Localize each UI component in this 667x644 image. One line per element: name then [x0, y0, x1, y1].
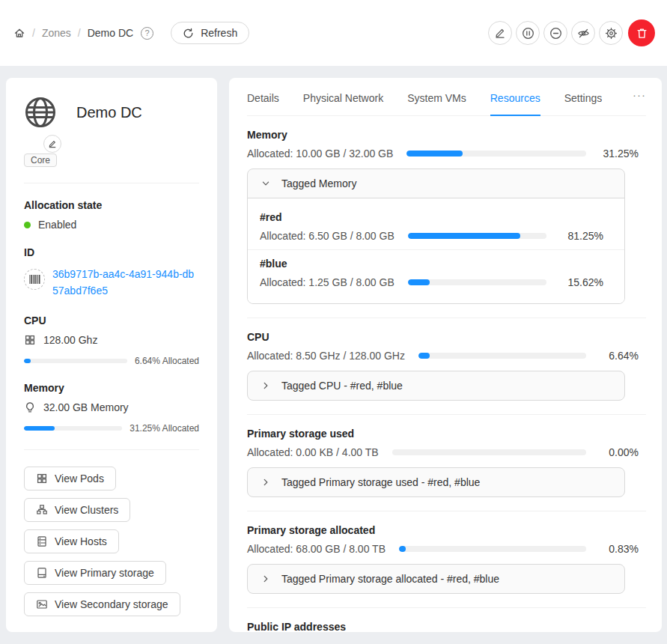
status-dot — [24, 222, 31, 228]
resource-title: CPU — [247, 331, 646, 343]
tab-details[interactable]: Details — [247, 78, 279, 115]
edit-button[interactable] — [488, 21, 512, 45]
refresh-label: Refresh — [201, 27, 237, 39]
collapse-header[interactable]: Tagged Primary storage allocated - #red,… — [248, 565, 624, 593]
button-label: View Clusters — [55, 504, 118, 516]
refresh-button[interactable]: Refresh — [171, 22, 249, 44]
allocation-row: Allocated: 8.50 GHz / 128.00 GHz6.64% — [247, 350, 639, 362]
cpu-value: 128.00 Ghz — [43, 334, 97, 346]
breadcrumb-separator: / — [32, 27, 35, 39]
hide-button[interactable] — [571, 21, 595, 45]
progress-bar — [408, 233, 546, 239]
disable-button[interactable] — [543, 21, 567, 45]
cpu-grid-icon — [24, 334, 36, 346]
resource-section-primary-storage-used: Primary storage usedAllocated: 0.00 KB /… — [247, 415, 646, 511]
button-label: View Hosts — [55, 535, 107, 547]
id-field: ID 36b9717b-aa4c-4a91-944b-db57abd7f6e5 — [24, 246, 199, 299]
help-icon[interactable]: ? — [141, 27, 153, 40]
pencil-icon — [48, 139, 57, 148]
allocation-row: Allocated: 10.00 GB / 32.00 GB31.25% — [247, 148, 639, 160]
percent-label: 31.25% — [597, 148, 639, 160]
cpu-progress-bar — [24, 359, 127, 363]
top-header: / Zones / Demo DC ? Refresh — [0, 0, 667, 66]
tab-system-vms[interactable]: System VMs — [407, 78, 466, 115]
tab-physical-network[interactable]: Physical Network — [303, 78, 383, 115]
allocated-text: Allocated: 1.25 GB / 8.00 GB — [260, 276, 395, 288]
view-secondary-storage-button[interactable]: View Secondary storage — [24, 592, 180, 616]
view-primary-storage-button[interactable]: View Primary storage — [24, 561, 166, 585]
memory-label: Memory — [24, 382, 199, 394]
collapse-panel-tagged-cpu-red-blue: Tagged CPU - #red, #blue — [247, 371, 625, 401]
percent-label: 0.00% — [597, 446, 639, 458]
primary-icon — [36, 567, 48, 579]
allocated-text: Allocated: 8.50 GHz / 128.00 GHz — [247, 350, 405, 362]
percent-label: 15.62% — [557, 276, 603, 288]
memory-progress-fill — [24, 426, 55, 431]
main-content: Demo DC Core Allocation state Enabled ID… — [0, 66, 667, 632]
button-label: View Primary storage — [55, 567, 154, 579]
barcode-icon — [24, 269, 45, 290]
collapse-label: Tagged CPU - #red, #blue — [281, 380, 403, 392]
memory-percent-label: 31.25% Allocated — [130, 423, 199, 434]
tagged-resource-title: #red — [260, 211, 612, 223]
allocated-text: Allocated: 68.00 GB / 8.00 TB — [247, 543, 386, 555]
tagged-resource-blue: #blueAllocated: 1.25 GB / 8.00 GB15.62% — [248, 249, 624, 296]
progress-bar — [399, 546, 586, 552]
allocated-text: Allocated: 10.00 GB / 32.00 GB — [247, 148, 393, 160]
percent-label: 6.64% — [597, 350, 639, 362]
allocation-state-field: Allocation state Enabled — [24, 199, 199, 231]
collapse-label: Tagged Primary storage used - #red, #blu… — [281, 476, 480, 488]
secondary-icon — [36, 598, 48, 610]
zone-detail-card: DetailsPhysical NetworkSystem VMsResourc… — [229, 78, 662, 632]
progress-bar — [392, 449, 586, 455]
chevron-right-icon — [261, 381, 270, 390]
more-tabs-button[interactable]: ··· — [633, 88, 646, 106]
id-label: ID — [24, 246, 199, 258]
zone-summary-card: Demo DC Core Allocation state Enabled ID… — [6, 78, 217, 632]
memory-progress-bar — [24, 426, 122, 431]
tab-settings[interactable]: Settings — [564, 78, 603, 115]
edit-icon — [494, 27, 506, 39]
zone-view-buttons: View PodsView ClustersView HostsView Pri… — [24, 467, 199, 616]
collapse-panel-tagged-primary-storage-used-red-blue: Tagged Primary storage used - #red, #blu… — [247, 467, 625, 497]
resource-section-cpu: CPUAllocated: 8.50 GHz / 128.00 GHz6.64%… — [247, 318, 646, 415]
button-label: View Pods — [55, 473, 104, 484]
resources-list: MemoryAllocated: 10.00 GB / 32.00 GB31.2… — [247, 116, 646, 632]
view-hosts-button[interactable]: View Hosts — [24, 529, 119, 553]
allocation-state-value: Enabled — [38, 219, 76, 231]
resource-title: Primary storage used — [247, 428, 646, 440]
settings-button[interactable] — [599, 21, 623, 45]
progress-fill — [399, 546, 406, 552]
reload-icon — [183, 28, 194, 39]
breadcrumb: / Zones / Demo DC ? Refresh — [13, 22, 249, 44]
tab-resources[interactable]: Resources — [490, 78, 540, 115]
progress-bar — [418, 353, 586, 359]
collapse-header[interactable]: Tagged CPU - #red, #blue — [248, 371, 624, 400]
collapse-header[interactable]: Tagged Primary storage used - #red, #blu… — [248, 468, 624, 496]
pause-button[interactable] — [516, 21, 540, 45]
collapse-panel-tagged-primary-storage-allocated-red-blue: Tagged Primary storage allocated - #red,… — [247, 564, 625, 594]
resource-title: Primary storage allocated — [247, 524, 646, 536]
memory-field: Memory 32.00 GB Memory 31.25% Allocated — [24, 382, 199, 434]
collapse-panel-tagged-memory: Tagged Memory#redAllocated: 6.50 GB / 8.… — [247, 168, 625, 304]
progress-fill — [418, 353, 430, 359]
edit-tags-button[interactable] — [43, 135, 61, 153]
percent-label: 81.25% — [557, 230, 603, 242]
collapse-header[interactable]: Tagged Memory — [248, 169, 624, 198]
zone-id-value[interactable]: 36b9717b-aa4c-4a91-944b-db57abd7f6e5 — [52, 266, 199, 299]
allocation-row: Allocated: 68.00 GB / 8.00 TB0.83% — [247, 543, 639, 555]
pods-icon — [36, 473, 48, 484]
allocation-row: Allocated: 1.25 GB / 8.00 GB15.62% — [260, 276, 603, 288]
chevron-right-icon — [261, 478, 270, 487]
bulb-icon — [24, 401, 36, 413]
breadcrumb-separator: / — [78, 27, 81, 39]
delete-button[interactable] — [628, 19, 655, 46]
breadcrumb-zones-link[interactable]: Zones — [42, 27, 71, 39]
percent-label: 0.83% — [597, 543, 639, 555]
progress-bar — [406, 151, 586, 157]
allocated-text: Allocated: 6.50 GB / 8.00 GB — [260, 230, 395, 242]
memory-value: 32.00 GB Memory — [43, 401, 129, 413]
home-icon[interactable] — [13, 27, 25, 39]
view-clusters-button[interactable]: View Clusters — [24, 498, 130, 522]
view-pods-button[interactable]: View Pods — [24, 467, 116, 490]
